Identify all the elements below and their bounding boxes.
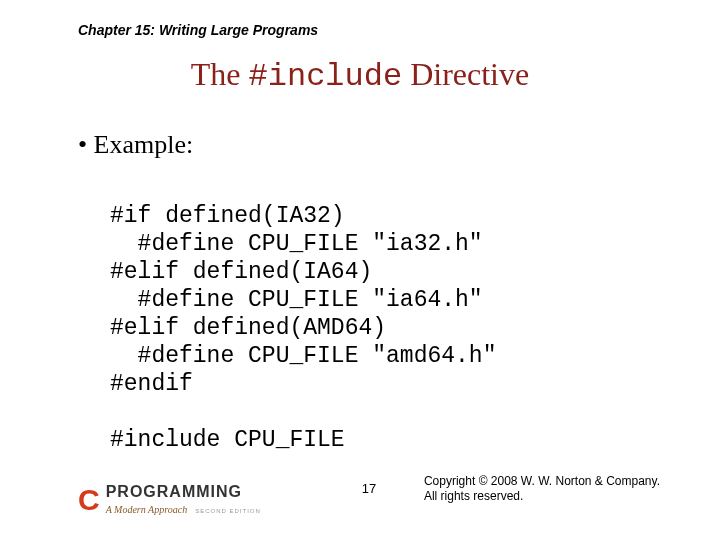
title-pre: The <box>191 56 249 92</box>
slide: Chapter 15: Writing Large Programs The #… <box>0 0 720 540</box>
bullet-example: • Example: <box>78 130 660 160</box>
title-post: Directive <box>402 56 529 92</box>
footer: C PROGRAMMING A Modern Approach SECOND E… <box>78 466 660 516</box>
code-line: #define CPU_FILE "amd64.h" <box>110 343 496 369</box>
code-line: #include CPU_FILE <box>110 427 345 453</box>
body: • Example: #if defined(IA32) #define CPU… <box>78 130 660 454</box>
code-line: #endif <box>110 371 193 397</box>
copyright: Copyright © 2008 W. W. Norton & Company.… <box>424 474 660 504</box>
code-line: #elif defined(AMD64) <box>110 315 386 341</box>
chapter-label: Chapter 15: Writing Large Programs <box>78 22 318 38</box>
logo-edition: SECOND EDITION <box>195 508 261 514</box>
code-line: #define CPU_FILE "ia32.h" <box>110 231 483 257</box>
code-line: #define CPU_FILE "ia64.h" <box>110 287 483 313</box>
code-block: #if defined(IA32) #define CPU_FILE "ia32… <box>110 174 660 454</box>
logo-tagline: A Modern Approach <box>106 504 187 515</box>
code-line: #elif defined(IA64) <box>110 259 372 285</box>
copyright-line2: All rights reserved. <box>424 489 660 504</box>
code-line: #if defined(IA32) <box>110 203 345 229</box>
copyright-line1: Copyright © 2008 W. W. Norton & Company. <box>424 474 660 489</box>
slide-title: The #include Directive <box>0 56 720 95</box>
title-code: #include <box>249 58 403 95</box>
